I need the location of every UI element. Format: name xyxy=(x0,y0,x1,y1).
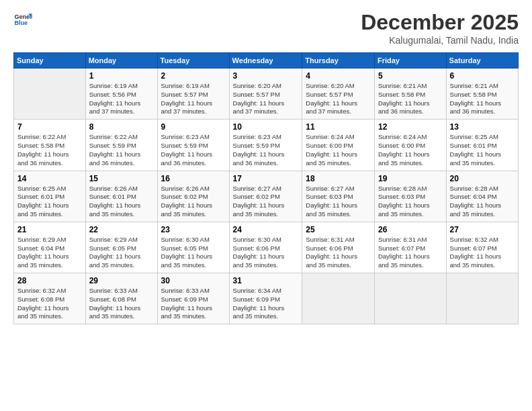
day-info: Sunrise: 6:34 AMSunset: 6:09 PMDaylight:… xyxy=(233,287,299,321)
day-info: Sunrise: 6:26 AMSunset: 6:01 PMDaylight:… xyxy=(89,185,154,219)
calendar-week-row: 7Sunrise: 6:22 AMSunset: 5:58 PMDaylight… xyxy=(14,120,519,171)
day-info: Sunrise: 6:33 AMSunset: 6:09 PMDaylight:… xyxy=(161,287,226,321)
calendar-cell: 2Sunrise: 6:19 AMSunset: 5:57 PMDaylight… xyxy=(157,68,229,120)
day-number: 15 xyxy=(89,174,154,183)
day-number: 11 xyxy=(306,122,371,132)
day-number: 17 xyxy=(233,174,299,183)
day-info: Sunrise: 6:32 AMSunset: 6:08 PMDaylight:… xyxy=(17,287,82,321)
calendar-cell: 18Sunrise: 6:27 AMSunset: 6:03 PMDayligh… xyxy=(302,171,375,222)
day-info: Sunrise: 6:23 AMSunset: 5:59 PMDaylight:… xyxy=(233,133,299,167)
day-number: 24 xyxy=(233,225,299,234)
day-info: Sunrise: 6:22 AMSunset: 5:59 PMDaylight:… xyxy=(89,133,154,167)
logo-icon: General Blue xyxy=(13,10,32,29)
calendar-body: 1Sunrise: 6:19 AMSunset: 5:56 PMDaylight… xyxy=(14,68,519,324)
header: General Blue December 2025 Kalugumalai, … xyxy=(13,10,519,46)
day-number: 23 xyxy=(161,225,226,234)
calendar-cell: 3Sunrise: 6:20 AMSunset: 5:57 PMDaylight… xyxy=(229,68,302,120)
day-number: 2 xyxy=(161,71,226,81)
header-cell-thursday: Thursday xyxy=(302,53,375,68)
calendar-cell: 10Sunrise: 6:23 AMSunset: 5:59 PMDayligh… xyxy=(229,120,302,171)
day-number: 6 xyxy=(450,71,515,81)
day-info: Sunrise: 6:31 AMSunset: 6:07 PMDaylight:… xyxy=(378,236,443,270)
calendar-cell: 23Sunrise: 6:30 AMSunset: 6:05 PMDayligh… xyxy=(157,222,229,273)
header-cell-tuesday: Tuesday xyxy=(157,53,229,68)
calendar-cell: 21Sunrise: 6:29 AMSunset: 6:04 PMDayligh… xyxy=(14,222,86,273)
calendar-cell: 20Sunrise: 6:28 AMSunset: 6:04 PMDayligh… xyxy=(446,171,518,222)
day-info: Sunrise: 6:25 AMSunset: 6:01 PMDaylight:… xyxy=(450,133,515,167)
day-info: Sunrise: 6:26 AMSunset: 6:02 PMDaylight:… xyxy=(161,185,226,219)
day-number: 4 xyxy=(306,71,371,81)
day-number: 13 xyxy=(450,122,515,132)
day-info: Sunrise: 6:31 AMSunset: 6:06 PMDaylight:… xyxy=(306,236,371,270)
calendar-cell: 19Sunrise: 6:28 AMSunset: 6:03 PMDayligh… xyxy=(374,171,446,222)
day-number: 29 xyxy=(89,276,154,285)
day-info: Sunrise: 6:33 AMSunset: 6:08 PMDaylight:… xyxy=(89,287,154,321)
calendar-cell: 24Sunrise: 6:30 AMSunset: 6:06 PMDayligh… xyxy=(229,222,302,273)
calendar-cell: 11Sunrise: 6:24 AMSunset: 6:00 PMDayligh… xyxy=(302,120,375,171)
calendar-cell xyxy=(302,273,375,324)
day-number: 3 xyxy=(233,71,299,81)
header-cell-sunday: Sunday xyxy=(14,53,86,68)
day-info: Sunrise: 6:29 AMSunset: 6:05 PMDaylight:… xyxy=(89,236,154,270)
day-number: 5 xyxy=(378,71,443,81)
calendar-cell: 4Sunrise: 6:20 AMSunset: 5:57 PMDaylight… xyxy=(302,68,375,120)
calendar-cell: 16Sunrise: 6:26 AMSunset: 6:02 PMDayligh… xyxy=(157,171,229,222)
header-cell-saturday: Saturday xyxy=(446,53,518,68)
day-number: 8 xyxy=(89,122,154,132)
day-number: 7 xyxy=(17,122,82,132)
calendar-cell xyxy=(14,68,86,120)
day-number: 12 xyxy=(378,122,443,132)
calendar-cell: 1Sunrise: 6:19 AMSunset: 5:56 PMDaylight… xyxy=(85,68,157,120)
day-info: Sunrise: 6:21 AMSunset: 5:58 PMDaylight:… xyxy=(450,82,515,116)
header-cell-friday: Friday xyxy=(374,53,446,68)
calendar-cell: 15Sunrise: 6:26 AMSunset: 6:01 PMDayligh… xyxy=(85,171,157,222)
calendar-week-row: 1Sunrise: 6:19 AMSunset: 5:56 PMDaylight… xyxy=(14,68,519,120)
day-info: Sunrise: 6:21 AMSunset: 5:58 PMDaylight:… xyxy=(378,82,443,116)
day-info: Sunrise: 6:30 AMSunset: 6:06 PMDaylight:… xyxy=(233,236,299,270)
calendar-cell: 17Sunrise: 6:27 AMSunset: 6:02 PMDayligh… xyxy=(229,171,302,222)
calendar-cell xyxy=(446,273,518,324)
day-number: 20 xyxy=(450,174,515,183)
day-number: 21 xyxy=(17,225,82,234)
calendar-cell: 30Sunrise: 6:33 AMSunset: 6:09 PMDayligh… xyxy=(157,273,229,324)
day-info: Sunrise: 6:24 AMSunset: 6:00 PMDaylight:… xyxy=(378,133,443,167)
header-cell-monday: Monday xyxy=(85,53,157,68)
day-number: 26 xyxy=(378,225,443,234)
day-info: Sunrise: 6:19 AMSunset: 5:57 PMDaylight:… xyxy=(161,82,226,116)
logo: General Blue xyxy=(13,10,32,29)
location-subtitle: Kalugumalai, Tamil Nadu, India xyxy=(361,35,519,46)
day-info: Sunrise: 6:27 AMSunset: 6:02 PMDaylight:… xyxy=(233,185,299,219)
day-number: 10 xyxy=(233,122,299,132)
day-number: 27 xyxy=(450,225,515,234)
calendar-week-row: 28Sunrise: 6:32 AMSunset: 6:08 PMDayligh… xyxy=(14,273,519,324)
day-number: 30 xyxy=(161,276,226,285)
day-info: Sunrise: 6:28 AMSunset: 6:04 PMDaylight:… xyxy=(450,185,515,219)
day-number: 18 xyxy=(306,174,371,183)
day-info: Sunrise: 6:24 AMSunset: 6:00 PMDaylight:… xyxy=(306,133,371,167)
day-number: 16 xyxy=(161,174,226,183)
calendar-cell: 6Sunrise: 6:21 AMSunset: 5:58 PMDaylight… xyxy=(446,68,518,120)
calendar-header-row: SundayMondayTuesdayWednesdayThursdayFrid… xyxy=(14,53,519,68)
calendar-week-row: 14Sunrise: 6:25 AMSunset: 6:01 PMDayligh… xyxy=(14,171,519,222)
calendar-cell: 26Sunrise: 6:31 AMSunset: 6:07 PMDayligh… xyxy=(374,222,446,273)
calendar-cell: 25Sunrise: 6:31 AMSunset: 6:06 PMDayligh… xyxy=(302,222,375,273)
day-number: 31 xyxy=(233,276,299,285)
calendar-cell: 12Sunrise: 6:24 AMSunset: 6:00 PMDayligh… xyxy=(374,120,446,171)
calendar-cell: 22Sunrise: 6:29 AMSunset: 6:05 PMDayligh… xyxy=(85,222,157,273)
title-section: December 2025 Kalugumalai, Tamil Nadu, I… xyxy=(361,10,519,46)
calendar-cell: 29Sunrise: 6:33 AMSunset: 6:08 PMDayligh… xyxy=(85,273,157,324)
calendar-cell: 28Sunrise: 6:32 AMSunset: 6:08 PMDayligh… xyxy=(14,273,86,324)
calendar-cell: 31Sunrise: 6:34 AMSunset: 6:09 PMDayligh… xyxy=(229,273,302,324)
day-info: Sunrise: 6:22 AMSunset: 5:58 PMDaylight:… xyxy=(17,133,82,167)
day-info: Sunrise: 6:20 AMSunset: 5:57 PMDaylight:… xyxy=(306,82,371,116)
day-number: 28 xyxy=(17,276,82,285)
day-number: 9 xyxy=(161,122,226,132)
day-info: Sunrise: 6:25 AMSunset: 6:01 PMDaylight:… xyxy=(17,185,82,219)
day-number: 19 xyxy=(378,174,443,183)
day-info: Sunrise: 6:29 AMSunset: 6:04 PMDaylight:… xyxy=(17,236,82,270)
calendar-week-row: 21Sunrise: 6:29 AMSunset: 6:04 PMDayligh… xyxy=(14,222,519,273)
day-info: Sunrise: 6:27 AMSunset: 6:03 PMDaylight:… xyxy=(306,185,371,219)
day-info: Sunrise: 6:19 AMSunset: 5:56 PMDaylight:… xyxy=(89,82,154,116)
calendar-cell xyxy=(374,273,446,324)
day-info: Sunrise: 6:32 AMSunset: 6:07 PMDaylight:… xyxy=(450,236,515,270)
